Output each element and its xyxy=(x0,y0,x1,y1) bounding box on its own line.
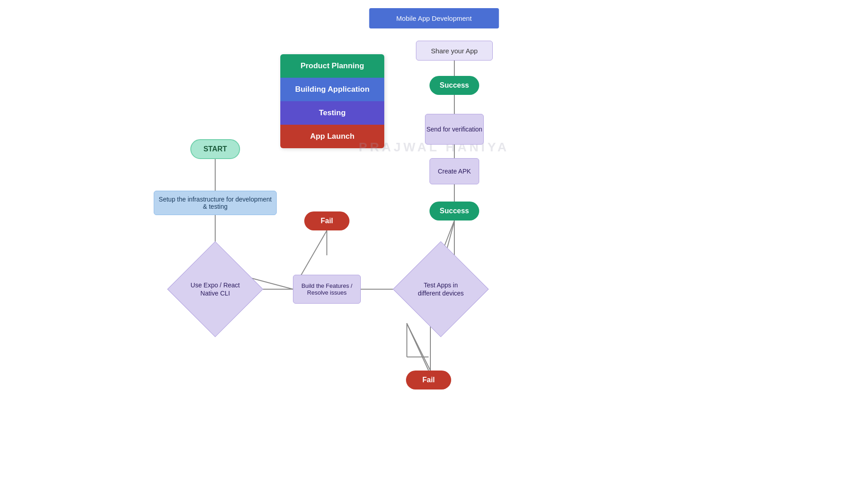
legend-testing: Testing xyxy=(280,101,384,125)
send-verification-node: Send for verification xyxy=(425,114,484,145)
flow-lines xyxy=(0,0,868,488)
svg-line-16 xyxy=(407,324,429,371)
use-expo-label: Use Expo / React Native CLI xyxy=(188,281,242,297)
legend-app-launch: App Launch xyxy=(280,125,384,148)
start-node: START xyxy=(190,139,240,159)
legend-building-application: Building Application xyxy=(280,78,384,101)
test-apps-diamond: Test Apps in different devices xyxy=(407,255,475,323)
diagram-container: Mobile App Development Product Planning … xyxy=(0,0,868,488)
share-app-node: Share your App xyxy=(416,41,493,61)
legend-product-planning: Product Planning xyxy=(280,54,384,78)
test-apps-label: Test Apps in different devices xyxy=(414,281,468,297)
setup-infrastructure-node: Setup the infrastructure for development… xyxy=(154,191,277,215)
legend-box: Product Planning Building Application Te… xyxy=(280,54,384,148)
success1-node: Success xyxy=(429,76,479,95)
create-apk-node: Create APK xyxy=(429,158,479,184)
title: Mobile App Development xyxy=(369,8,499,28)
fail2-node: Fail xyxy=(406,371,451,389)
flow-lines-main xyxy=(0,0,868,488)
use-expo-diamond: Use Expo / React Native CLI xyxy=(181,255,249,323)
success2-node: Success xyxy=(429,202,479,221)
build-features-node: Build the Features / Resolve issues xyxy=(293,275,361,304)
fail1-node: Fail xyxy=(304,211,349,230)
